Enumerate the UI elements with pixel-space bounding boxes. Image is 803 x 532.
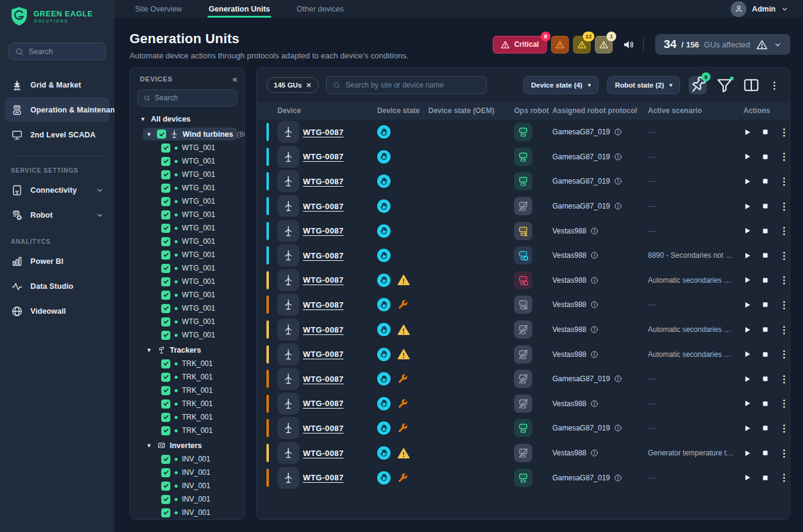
tree-item-wtg_001[interactable]: WTG_001 <box>130 328 245 342</box>
checkbox-checked[interactable] <box>161 373 170 382</box>
device-name-link[interactable]: WTG-0087 <box>303 300 344 309</box>
kebab-icon[interactable]: ⋮ <box>779 324 789 336</box>
tab-site-overview[interactable]: Site Overview <box>135 0 182 18</box>
stop-button[interactable] <box>762 375 769 382</box>
stop-button[interactable] <box>762 277 769 284</box>
tree-item-inv_001[interactable]: INV_001 <box>130 466 245 479</box>
checkbox-checked[interactable] <box>161 359 170 368</box>
checkbox-checked[interactable] <box>161 304 170 313</box>
close-icon[interactable]: ✕ <box>306 81 311 89</box>
tree-item-wtg_001[interactable]: WTG_001 <box>130 248 245 261</box>
checkbox-checked[interactable] <box>161 277 170 286</box>
checkbox-checked[interactable] <box>161 331 170 340</box>
sidebar-item-power-bi[interactable]: Power BI <box>5 249 109 274</box>
info-icon[interactable] <box>614 474 622 482</box>
stop-button[interactable] <box>762 449 769 457</box>
sidebar-item-connectivity[interactable]: Connectivity <box>5 178 109 202</box>
checkbox-checked[interactable] <box>161 197 170 206</box>
stop-button[interactable] <box>762 424 769 432</box>
tree-item-wtg_001[interactable]: WTG_001 <box>130 168 245 181</box>
tree-item-wtg_001[interactable]: WTG_001 <box>130 141 245 154</box>
checkbox-checked[interactable] <box>161 455 170 464</box>
kebab-icon[interactable]: ⋮ <box>779 201 789 212</box>
tree-item-trk_001[interactable]: TRK_001 <box>130 370 245 384</box>
caret-down-icon[interactable]: ▼ <box>145 131 153 137</box>
gus-filter-chip[interactable]: 145 GUs ✕ <box>266 77 319 93</box>
info-icon[interactable] <box>590 449 599 457</box>
kebab-icon[interactable]: ⋮ <box>779 126 789 138</box>
info-icon[interactable] <box>614 424 622 432</box>
info-icon[interactable] <box>590 227 599 235</box>
sidebar-item-videowall[interactable]: Videowall <box>5 299 109 323</box>
tree-item-trk_001[interactable]: TRK_001 <box>130 397 245 410</box>
play-button[interactable] <box>743 474 751 482</box>
play-button[interactable] <box>743 449 751 457</box>
checkbox-checked[interactable] <box>161 264 170 273</box>
sidebar-search[interactable] <box>9 43 106 60</box>
play-button[interactable] <box>743 153 751 161</box>
tree-group-wind-turbines[interactable]: ▼Wind turbines(867) <box>143 128 237 140</box>
checkbox-checked[interactable] <box>161 468 170 477</box>
info-icon[interactable] <box>614 128 622 136</box>
device-name-link[interactable]: WTG-0087 <box>303 177 344 186</box>
checkbox-checked[interactable] <box>157 130 166 139</box>
play-button[interactable] <box>743 399 751 407</box>
tree-item-trk_001[interactable]: TRK_001 <box>130 357 245 370</box>
devices-search[interactable] <box>137 89 237 106</box>
checkbox-checked[interactable] <box>161 386 170 395</box>
play-button[interactable] <box>743 252 751 260</box>
play-button[interactable] <box>743 178 751 185</box>
device-name-link[interactable]: WTG-0087 <box>303 202 344 211</box>
stop-button[interactable] <box>762 474 769 482</box>
info-icon[interactable] <box>590 276 599 285</box>
tree-item-wtg_001[interactable]: WTG_001 <box>130 288 245 302</box>
checkbox-checked[interactable] <box>161 170 170 179</box>
pale-alert-button[interactable]: 1 <box>595 36 613 54</box>
kebab-icon[interactable]: ⋮ <box>779 472 789 483</box>
play-button[interactable] <box>743 424 751 432</box>
sidebar-item-data-studio[interactable]: Data Studio <box>5 274 109 299</box>
tree-item-inv_001[interactable]: INV_001 <box>130 452 245 466</box>
user-menu[interactable]: Admin <box>731 0 788 18</box>
tree-item-wtg_001[interactable]: WTG_001 <box>130 235 245 248</box>
table-more-button[interactable]: ⋮ <box>769 76 780 94</box>
device-name-link[interactable]: WTG-0087 <box>303 399 344 408</box>
sidebar-search-input[interactable] <box>29 47 99 56</box>
filter-button[interactable] <box>715 76 734 94</box>
caret-down-icon[interactable]: ▼ <box>145 347 153 353</box>
sidebar-item-robot[interactable]: Robot <box>5 202 109 227</box>
yellow-alert-button[interactable]: 12 <box>573 36 591 54</box>
device-name-link[interactable]: WTG-0087 <box>303 375 344 384</box>
info-icon[interactable] <box>590 300 599 309</box>
checkbox-checked[interactable] <box>161 317 170 326</box>
stop-button[interactable] <box>762 153 769 161</box>
pinned-filters-button[interactable]: 8 <box>689 76 707 94</box>
stop-button[interactable] <box>762 227 769 235</box>
tab-other-devices[interactable]: Other devices <box>297 0 344 18</box>
tree-item-inv_001[interactable]: INV_001 <box>130 506 245 519</box>
kebab-icon[interactable]: ⋮ <box>779 299 789 311</box>
device-name-link[interactable]: WTG-0087 <box>303 449 344 458</box>
checkbox-checked[interactable] <box>161 399 170 409</box>
tree-item-inv_001[interactable]: INV_001 <box>130 479 245 492</box>
play-button[interactable] <box>743 128 751 136</box>
info-icon[interactable] <box>590 325 599 334</box>
stop-button[interactable] <box>762 301 769 308</box>
stop-button[interactable] <box>762 252 769 259</box>
tree-item-wtg_001[interactable]: WTG_001 <box>130 154 245 168</box>
info-icon[interactable] <box>590 399 599 408</box>
columns-button[interactable] <box>742 76 760 94</box>
checkbox-checked[interactable] <box>161 157 170 166</box>
critical-alert-button[interactable]: Critical 8 <box>493 36 547 54</box>
info-icon[interactable] <box>614 375 622 383</box>
info-icon[interactable] <box>590 350 599 359</box>
collapse-panel-icon[interactable]: « <box>232 75 237 83</box>
info-icon[interactable] <box>614 153 622 161</box>
caret-down-icon[interactable]: ▼ <box>145 443 153 449</box>
kebab-icon[interactable]: ⋮ <box>779 151 789 162</box>
stop-button[interactable] <box>762 400 769 407</box>
checkbox-checked[interactable] <box>161 291 170 300</box>
device-name-link[interactable]: WTG-0087 <box>303 275 344 285</box>
checkbox-checked[interactable] <box>161 482 170 491</box>
robot-state-dropdown[interactable]: Robot state (2) ▾ <box>607 76 680 94</box>
